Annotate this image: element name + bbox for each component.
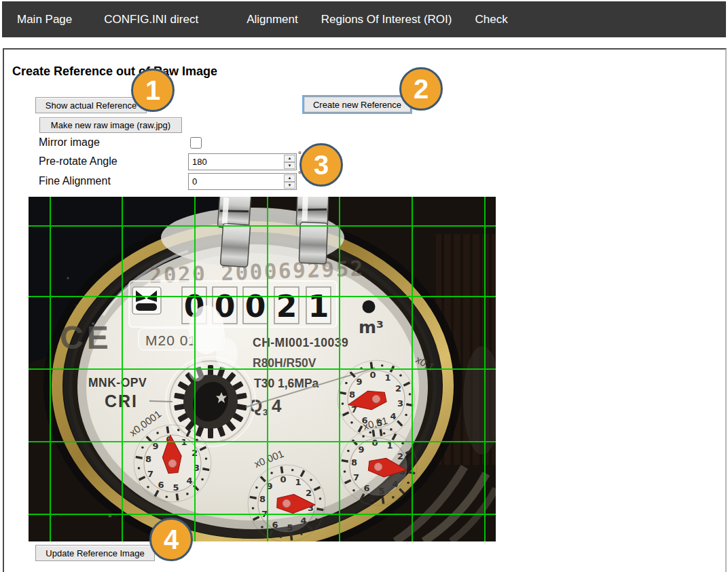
create-new-reference-button[interactable]: Create new Reference: [304, 96, 411, 113]
svg-text:5: 5: [378, 486, 384, 496]
show-actual-reference-button[interactable]: Show actual Reference: [35, 97, 147, 113]
svg-text:8: 8: [145, 454, 151, 464]
svg-text:0: 0: [371, 438, 378, 448]
svg-text:1: 1: [308, 289, 329, 324]
prerotate-angle-label: Pre-rotate Angle: [39, 155, 117, 168]
svg-text:2: 2: [306, 488, 312, 498]
svg-text:5: 5: [172, 482, 179, 493]
fine-alignment-value: 0: [192, 176, 197, 187]
svg-text:1: 1: [384, 373, 390, 383]
svg-text:6: 6: [272, 520, 278, 530]
svg-text:3: 3: [397, 398, 403, 408]
svg-text:4: 4: [300, 516, 306, 526]
fine-alignment-spinner-up-icon[interactable]: ▲: [284, 174, 295, 182]
svg-text:6: 6: [364, 483, 370, 493]
svg-text:8: 8: [259, 494, 266, 504]
mirror-image-checkbox[interactable]: [190, 137, 202, 149]
svg-text:7: 7: [147, 469, 153, 479]
svg-text:7: 7: [353, 472, 359, 482]
content-panel: Create Reference out of Raw Image Show a…: [3, 48, 727, 572]
prerotate-spinner-down-icon[interactable]: ▼: [284, 162, 295, 170]
nav-alignment[interactable]: Alignment: [247, 13, 298, 26]
svg-text:4: 4: [186, 476, 192, 486]
svg-text:6: 6: [158, 480, 164, 490]
prerotate-spinner-up-icon[interactable]: ▲: [284, 155, 295, 162]
svg-text:9: 9: [356, 377, 362, 387]
fine-alignment-spinner: ▲ ▼: [284, 174, 295, 189]
svg-text:0: 0: [280, 474, 286, 484]
svg-text:0: 0: [245, 289, 266, 324]
svg-text:CRI: CRI: [105, 392, 138, 411]
annotation-step-4: 4: [149, 518, 193, 561]
svg-text:5: 5: [287, 522, 293, 533]
prerotate-spinner: ▲ ▼: [284, 155, 295, 169]
update-reference-image-button[interactable]: Update Reference Image: [35, 545, 155, 561]
svg-text:MNK-OPV: MNK-OPV: [88, 376, 147, 389]
svg-text:CE: CE: [60, 320, 112, 356]
prerotate-angle-value: 180: [192, 157, 207, 167]
svg-text:9: 9: [358, 444, 364, 455]
reference-image: 2020 200069295200021m³CEM20 01CH-MI001-1…: [29, 197, 496, 541]
page: Main Page CONFIG.INI direct Alignment Re…: [0, 0, 728, 572]
annotation-step-1: 1: [131, 69, 175, 112]
annotation-step-3: 3: [299, 143, 343, 187]
nav-main-page[interactable]: Main Page: [17, 13, 72, 26]
svg-text:8: 8: [349, 389, 355, 400]
prerotate-angle-input[interactable]: 180 ▲ ▼: [188, 153, 297, 170]
svg-text:1: 1: [295, 477, 301, 487]
svg-text:2: 2: [276, 289, 297, 324]
svg-text:0: 0: [369, 370, 376, 380]
make-new-raw-image-button[interactable]: Make new raw image (raw.jpg): [39, 117, 182, 133]
svg-text:m³: m³: [359, 318, 384, 337]
nav-check[interactable]: Check: [475, 13, 507, 26]
svg-text:2: 2: [395, 383, 401, 394]
fine-alignment-spinner-down-icon[interactable]: ▼: [284, 182, 295, 189]
top-nav: Main Page CONFIG.INI direct Alignment Re…: [2, 1, 726, 37]
fine-alignment-label: Fine Alignment: [39, 175, 111, 187]
mirror-image-label: Mirror image: [39, 136, 100, 149]
annotation-step-2: 2: [399, 67, 443, 111]
nav-regions-of-interest[interactable]: Regions Of Interest (ROI): [321, 13, 452, 26]
svg-text:4: 4: [392, 479, 398, 489]
svg-text:8: 8: [351, 457, 357, 468]
svg-text:2: 2: [397, 451, 403, 461]
nav-config-ini-direct[interactable]: CONFIG.INI direct: [104, 13, 198, 26]
fine-alignment-input[interactable]: 0 ▲ ▼: [188, 173, 297, 190]
svg-text:4: 4: [390, 411, 396, 421]
page-title: Create Reference out of Raw Image: [12, 64, 217, 79]
svg-text:R80H/R50V: R80H/R50V: [253, 356, 316, 370]
